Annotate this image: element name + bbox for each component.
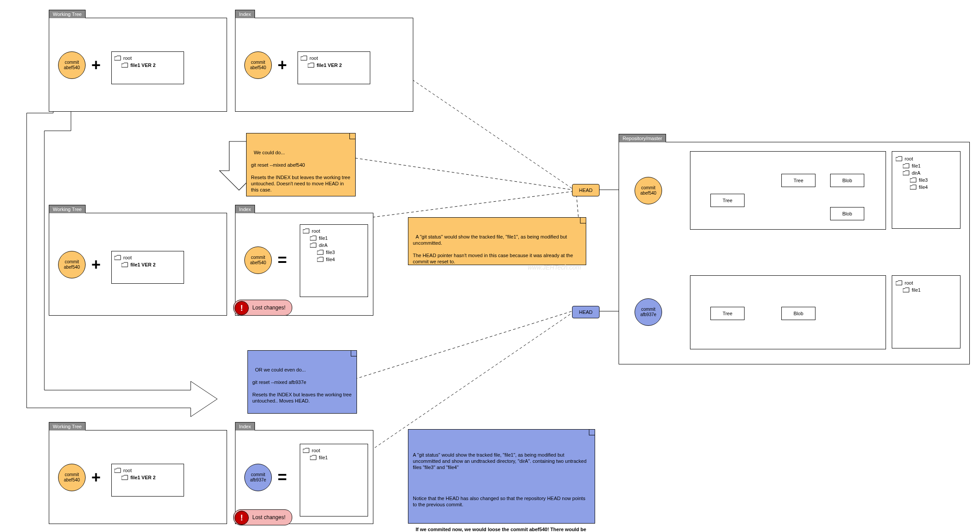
commit-hash: abef540 <box>64 265 80 270</box>
commit-node: commit abef540 <box>58 51 86 79</box>
svg-line-2 <box>350 157 572 190</box>
tree-node-file1v2: file1 VER 2 <box>114 261 181 268</box>
folder-icon <box>114 468 122 473</box>
commit-node: commit abef540 <box>244 51 272 79</box>
lost-text: Lost changes! <box>252 305 286 311</box>
note-corner-icon <box>349 133 355 139</box>
panel-tab: Working Tree <box>49 422 86 430</box>
blob-box: Blob <box>781 307 815 320</box>
label-root: root <box>123 467 132 474</box>
commit-label: commit <box>251 255 265 260</box>
label-file4: file4 <box>326 256 335 263</box>
folder-icon <box>903 163 910 168</box>
plus-icon: + <box>91 257 101 273</box>
file-tree-box: root file1 VER 2 <box>111 251 184 284</box>
subpanel-files-lower: root file1 <box>892 275 960 348</box>
note-text: We could do... git reset --mixed abef540… <box>251 150 352 192</box>
panel-working-tree-1: Working Tree commit abef540 + root file1… <box>49 18 227 112</box>
head-pointer-gold: HEAD <box>572 184 600 196</box>
note-corner-icon <box>351 351 357 356</box>
panel-tab: Repository/master <box>619 134 666 142</box>
folder-icon <box>122 475 129 480</box>
head-label: HEAD <box>579 188 593 193</box>
commit-label: commit <box>251 60 265 65</box>
tree-node-root: root <box>896 279 956 286</box>
label-file1ver2: file1 VER 2 <box>130 62 156 69</box>
svg-line-5 <box>355 311 572 379</box>
folder-icon <box>303 228 310 234</box>
plus-icon: + <box>91 57 101 73</box>
file-tree-box: root file1 VER 2 <box>298 51 370 84</box>
tree-node-root: root <box>303 447 365 454</box>
head-pointer-blue: HEAD <box>572 306 600 318</box>
label-dira: dirA <box>912 169 921 176</box>
label-blob: Blob <box>842 211 852 216</box>
panel-repository: Repository/master commit abef540 Tree Tr… <box>619 142 970 364</box>
commit-node: commit abef540 <box>58 464 86 491</box>
tree-node-file1: file1 <box>303 235 365 242</box>
folder-icon <box>317 257 324 262</box>
folder-icon <box>896 280 903 286</box>
label-file3: file3 <box>919 176 928 184</box>
folder-icon <box>308 63 315 68</box>
panel-working-tree-3: Working Tree commit abef540 + root file1… <box>49 430 227 524</box>
svg-line-4 <box>375 313 572 448</box>
label-tree: Tree <box>722 311 732 316</box>
commit-label: commit <box>65 259 79 265</box>
folder-icon <box>903 170 910 176</box>
label-dira: dirA <box>319 242 328 249</box>
label-root: root <box>312 227 320 235</box>
commit-node: commit abef540 <box>635 177 662 204</box>
folder-icon <box>896 156 903 161</box>
panel-tab: Index <box>235 205 255 213</box>
folder-icon <box>301 55 308 61</box>
note-text: A "git status" would show the tracked fi… <box>413 234 574 264</box>
commit-node-blue: commit afb937e <box>635 298 662 326</box>
label-file1: file1 <box>912 286 921 293</box>
note-reset-mixed-1: We could do... git reset --mixed abef540… <box>246 133 356 196</box>
label-file4: file4 <box>919 184 928 191</box>
note-status-1: A "git status" would show the tracked fi… <box>408 217 586 265</box>
file-tree-box: root file1 VER 2 <box>111 464 184 497</box>
commit-hash: afb937e <box>250 477 266 483</box>
label-tree: Tree <box>793 178 803 183</box>
blob-box: Blob <box>830 207 864 220</box>
label-file3: file3 <box>326 249 335 256</box>
tree-node-file4: file4 <box>303 256 365 263</box>
tree-node-dira: dirA <box>303 242 365 249</box>
subpanel-graph-lower: Tree Blob <box>690 275 886 349</box>
label-file1: file1 <box>319 235 328 242</box>
commit-hash: abef540 <box>250 65 266 70</box>
label-file1ver2: file1 VER 2 <box>130 474 156 481</box>
watermark: www.JEHTech.com <box>528 264 581 271</box>
note-corner-icon <box>580 218 586 223</box>
plus-icon: + <box>278 57 287 73</box>
panel-index-3: Index commit afb937e = root file1 ! Lost… <box>235 430 373 524</box>
commit-hash: afb937e <box>640 312 656 317</box>
commit-hash: abef540 <box>250 260 266 266</box>
folder-icon <box>122 262 129 267</box>
tree-box: Tree <box>710 307 745 320</box>
tree-box: Tree <box>781 174 815 187</box>
tree-node-root: root <box>114 254 181 261</box>
commit-node: commit abef540 <box>244 246 272 274</box>
note-reset-mixed-2: OR we could even do... git reset --mixed… <box>247 350 357 414</box>
head-label: HEAD <box>579 309 593 315</box>
commit-label: commit <box>65 472 79 477</box>
commit-hash: abef540 <box>64 477 80 483</box>
equals-icon: = <box>278 252 287 268</box>
folder-icon <box>310 455 317 460</box>
tree-node-root: root <box>303 227 365 235</box>
panel-tab: Index <box>235 422 255 430</box>
commit-node: commit abef540 <box>58 251 86 278</box>
subpanel-files-upper: root file1 dirA file3 file4 <box>892 151 960 229</box>
lost-text: Lost changes! <box>252 514 286 520</box>
commit-label: commit <box>65 60 79 65</box>
tree-node-file3: file3 <box>303 249 365 256</box>
tree-node-root: root <box>896 155 956 162</box>
note-text: Notice that the HEAD has also changed so… <box>413 495 590 508</box>
tree-node-file3: file3 <box>896 176 956 184</box>
label-root: root <box>123 55 132 62</box>
tree-node-file1v2: file1 VER 2 <box>114 62 181 69</box>
lost-changes-badge: ! Lost changes! <box>233 300 292 316</box>
